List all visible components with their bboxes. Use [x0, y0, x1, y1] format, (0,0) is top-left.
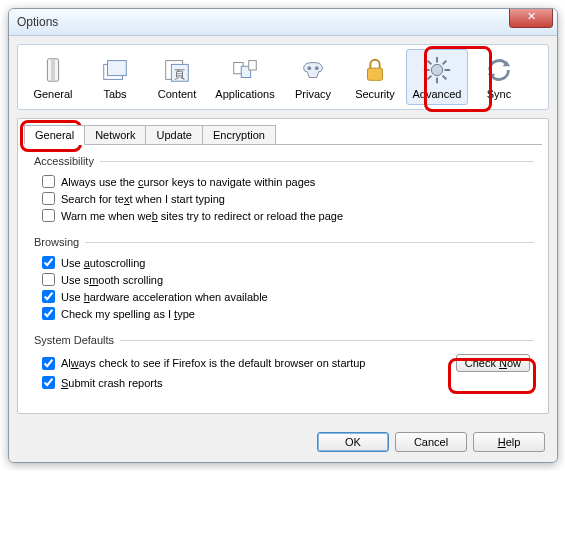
- general-panel: Accessibility Always use the cursor keys…: [18, 145, 548, 413]
- chk-cursor-keys[interactable]: [42, 175, 55, 188]
- svg-rect-3: [108, 61, 127, 76]
- group-legend: Accessibility: [32, 155, 100, 167]
- category-label: Privacy: [283, 88, 343, 100]
- category-privacy[interactable]: Privacy: [282, 49, 344, 105]
- browsing-group: Browsing Use autoscrolling Use smooth sc…: [32, 236, 534, 326]
- system-defaults-group: System Defaults Always check to see if F…: [32, 334, 534, 395]
- svg-rect-1: [51, 59, 55, 82]
- chk-label[interactable]: Submit crash reports: [61, 377, 163, 389]
- chk-label[interactable]: Use autoscrolling: [61, 257, 145, 269]
- help-button[interactable]: Help: [473, 432, 545, 452]
- category-content[interactable]: 頁 Content: [146, 49, 208, 105]
- svg-point-11: [315, 66, 319, 70]
- general-icon: [37, 54, 69, 86]
- category-label: Security: [345, 88, 405, 100]
- svg-text:頁: 頁: [174, 68, 185, 80]
- category-label: Tabs: [85, 88, 145, 100]
- chk-spellcheck[interactable]: [42, 307, 55, 320]
- highlight-advanced: [424, 46, 492, 112]
- chk-label[interactable]: Check my spelling as I type: [61, 308, 195, 320]
- subtab-update[interactable]: Update: [145, 125, 202, 144]
- category-applications[interactable]: Applications: [208, 49, 282, 105]
- svg-rect-12: [368, 68, 383, 80]
- chk-label[interactable]: Always check to see if Firefox is the de…: [61, 357, 365, 369]
- chk-smooth-scroll[interactable]: [42, 273, 55, 286]
- chk-autoscrolling[interactable]: [42, 256, 55, 269]
- chk-warn-redirect[interactable]: [42, 209, 55, 222]
- category-general[interactable]: General: [22, 49, 84, 105]
- category-label: General: [23, 88, 83, 100]
- chk-label[interactable]: Use smooth scrolling: [61, 274, 163, 286]
- tabs-icon: [99, 54, 131, 86]
- category-tabs[interactable]: Tabs: [84, 49, 146, 105]
- group-legend: System Defaults: [32, 334, 120, 346]
- options-dialog: Options ✕ General Tabs 頁 Content: [8, 8, 558, 463]
- chk-label[interactable]: Use hardware acceleration when available: [61, 291, 268, 303]
- privacy-icon: [297, 54, 329, 86]
- chk-label[interactable]: Warn me when web sites try to redirect o…: [61, 210, 343, 222]
- chk-label[interactable]: Search for text when I start typing: [61, 193, 225, 205]
- ok-button[interactable]: OK: [317, 432, 389, 452]
- security-icon: [359, 54, 391, 86]
- chk-label[interactable]: Always use the cursor keys to navigate w…: [61, 176, 315, 188]
- svg-rect-9: [249, 61, 257, 70]
- chk-crash-reports[interactable]: [42, 376, 55, 389]
- chk-default-browser[interactable]: [42, 357, 55, 370]
- close-button[interactable]: ✕: [509, 8, 553, 28]
- cancel-button[interactable]: Cancel: [395, 432, 467, 452]
- subtab-network[interactable]: Network: [84, 125, 146, 144]
- dialog-buttons: OK Cancel Help: [9, 422, 557, 462]
- category-label: Applications: [209, 88, 281, 100]
- titlebar: Options ✕: [9, 9, 557, 36]
- category-security[interactable]: Security: [344, 49, 406, 105]
- chk-search-typing[interactable]: [42, 192, 55, 205]
- accessibility-group: Accessibility Always use the cursor keys…: [32, 155, 534, 228]
- content-icon: 頁: [161, 54, 193, 86]
- subtab-encryption[interactable]: Encryption: [202, 125, 276, 144]
- advanced-panel: General Network Update Encryption Access…: [17, 118, 549, 414]
- window-title: Options: [17, 15, 58, 29]
- subtab-general[interactable]: General: [24, 125, 85, 145]
- group-legend: Browsing: [32, 236, 85, 248]
- category-label: Content: [147, 88, 207, 100]
- highlight-check-now: [448, 358, 536, 394]
- applications-icon: [229, 54, 261, 86]
- subtab-bar: General Network Update Encryption: [24, 125, 542, 145]
- svg-point-10: [307, 66, 311, 70]
- chk-hw-accel[interactable]: [42, 290, 55, 303]
